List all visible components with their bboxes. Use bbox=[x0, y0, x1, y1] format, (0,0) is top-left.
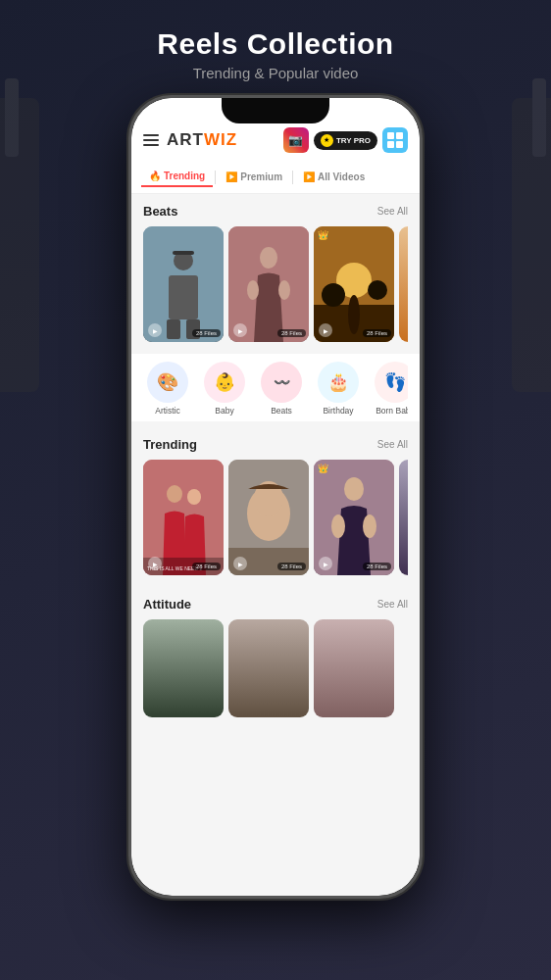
trending-video-4[interactable] bbox=[399, 460, 408, 575]
attitude-header: Attitude See All bbox=[143, 597, 408, 612]
tab-premium[interactable]: ▶️ Premium bbox=[218, 168, 290, 186]
tab-divider-1 bbox=[215, 171, 216, 184]
file-count-2: 28 Files bbox=[277, 329, 306, 337]
svg-point-15 bbox=[348, 295, 360, 334]
try-pro-button[interactable]: ★ TRY PRO bbox=[314, 131, 377, 150]
tab-trending[interactable]: 🔥 Trending bbox=[141, 167, 213, 187]
trending-video-3[interactable]: 👑 ▶ 28 Files bbox=[314, 460, 394, 575]
file-count-t2: 28 Files bbox=[277, 563, 306, 570]
svg-point-14 bbox=[368, 280, 387, 300]
file-count-1: 28 Files bbox=[192, 329, 221, 337]
try-pro-label: TRY PRO bbox=[336, 136, 371, 145]
beats-header: Beats See All bbox=[143, 204, 408, 219]
page-header: Reels Collection Trending & Popular vide… bbox=[137, 0, 413, 95]
flame-icon: 🔥 bbox=[149, 171, 161, 181]
trending-see-all[interactable]: See All bbox=[377, 439, 408, 450]
play-btn-1[interactable]: ▶ bbox=[148, 323, 162, 337]
beats-video-1[interactable]: ▶ 28 Files bbox=[143, 226, 224, 342]
category-baby[interactable]: 👶 Baby bbox=[200, 362, 249, 416]
right-decoration bbox=[482, 0, 551, 980]
beats-video-4[interactable] bbox=[399, 226, 408, 342]
categories-row: 🎨 Artistic 👶 Baby 〰️ Beats bbox=[143, 362, 408, 416]
svg-point-9 bbox=[278, 280, 290, 300]
left-decoration bbox=[0, 0, 69, 980]
file-count-t1: 28 Files bbox=[192, 563, 221, 570]
artistic-icon: 🎨 bbox=[147, 362, 188, 403]
svg-rect-4 bbox=[167, 319, 180, 339]
beats-video-row: ▶ 28 Files bbox=[143, 226, 408, 342]
trending-title: Trending bbox=[143, 437, 197, 452]
beats-see-all[interactable]: See All bbox=[377, 206, 408, 217]
attitude-section: Attitude See All bbox=[131, 587, 420, 723]
category-beats[interactable]: 〰️ Beats bbox=[257, 362, 306, 416]
svg-rect-3 bbox=[169, 275, 198, 319]
beats-video-3[interactable]: 👑 ▶ 28 Files bbox=[314, 226, 394, 342]
tabs-bar: 🔥 Trending ▶️ Premium ▶️ All Videos bbox=[131, 161, 420, 194]
play-btn-t2[interactable]: ▶ bbox=[233, 557, 247, 570]
beats-icon: 〰️ bbox=[261, 362, 302, 403]
trending-header: Trending See All bbox=[143, 437, 408, 452]
svg-rect-2 bbox=[173, 251, 194, 255]
tab-divider-2 bbox=[292, 171, 293, 184]
beats-cat-label: Beats bbox=[271, 406, 292, 416]
attitude-see-all[interactable]: See All bbox=[377, 599, 408, 610]
page-subtitle: Trending & Popular video bbox=[157, 65, 393, 81]
svg-point-26 bbox=[344, 477, 364, 501]
page-title: Reels Collection bbox=[157, 27, 393, 61]
baby-icon: 👶 bbox=[204, 362, 245, 403]
instagram-button[interactable]: 📷 bbox=[283, 127, 309, 153]
play-btn-t1[interactable]: ▶ bbox=[148, 557, 162, 570]
svg-point-8 bbox=[247, 280, 259, 300]
attitude-video-2[interactable] bbox=[228, 619, 309, 717]
premium-icon: ▶️ bbox=[225, 172, 237, 182]
category-artistic[interactable]: 🎨 Artistic bbox=[143, 362, 192, 416]
trending-video-row: THIS IS ALL WE NEED 2 ▶ 28 Files bbox=[143, 460, 408, 575]
scroll-content: Beats See All bbox=[131, 194, 420, 889]
beats-section: Beats See All bbox=[131, 194, 420, 348]
attitude-video-row bbox=[143, 619, 408, 717]
category-birthday[interactable]: 🎂 Birthday bbox=[314, 362, 363, 416]
svg-point-28 bbox=[363, 514, 376, 538]
birthday-label: Birthday bbox=[323, 406, 353, 416]
attitude-video-1[interactable] bbox=[143, 619, 224, 717]
baby-label: Baby bbox=[215, 406, 233, 416]
phone-device: ARTWIZ 📷 ★ TRY PRO bbox=[128, 95, 423, 899]
attitude-title: Attitude bbox=[143, 597, 191, 612]
hamburger-menu[interactable] bbox=[143, 134, 159, 146]
beats-video-2[interactable]: ▶ 28 Files bbox=[228, 226, 309, 342]
crown-t3: 👑 bbox=[318, 464, 328, 473]
play-btn-3[interactable]: ▶ bbox=[319, 323, 332, 337]
tab-all-videos[interactable]: ▶️ All Videos bbox=[295, 168, 373, 186]
phone-screen: ARTWIZ 📷 ★ TRY PRO bbox=[131, 98, 420, 896]
svg-point-18 bbox=[187, 489, 201, 505]
born-baby-icon: 👣 bbox=[375, 362, 408, 403]
all-videos-icon: ▶️ bbox=[303, 172, 315, 182]
grid-view-button[interactable] bbox=[382, 127, 408, 153]
svg-point-17 bbox=[167, 485, 182, 503]
svg-point-13 bbox=[322, 283, 345, 307]
play-btn-t3[interactable]: ▶ bbox=[319, 557, 332, 570]
birthday-icon: 🎂 bbox=[318, 362, 359, 403]
svg-point-27 bbox=[331, 514, 345, 538]
artistic-label: Artistic bbox=[155, 406, 180, 416]
trending-section: Trending See All bbox=[131, 427, 420, 581]
beats-title: Beats bbox=[143, 204, 177, 219]
svg-point-7 bbox=[260, 247, 277, 269]
play-btn-2[interactable]: ▶ bbox=[233, 323, 247, 337]
phone-notch bbox=[222, 98, 329, 123]
born-baby-label: Born Baby bbox=[376, 406, 408, 416]
page-background: Reels Collection Trending & Popular vide… bbox=[0, 0, 551, 980]
app-logo: ARTWIZ bbox=[167, 130, 237, 150]
file-count-t3: 28 Files bbox=[363, 563, 391, 570]
trending-video-2[interactable]: ▶ 28 Files bbox=[228, 460, 309, 575]
crown-3: 👑 bbox=[318, 230, 328, 240]
file-count-3: 28 Files bbox=[363, 329, 391, 337]
attitude-video-3[interactable] bbox=[314, 619, 394, 717]
category-born-baby[interactable]: 👣 Born Baby bbox=[371, 362, 408, 416]
categories-section: 🎨 Artistic 👶 Baby 〰️ Beats bbox=[131, 354, 420, 421]
trending-video-1[interactable]: THIS IS ALL WE NEED 2 ▶ 28 Files bbox=[143, 460, 224, 575]
